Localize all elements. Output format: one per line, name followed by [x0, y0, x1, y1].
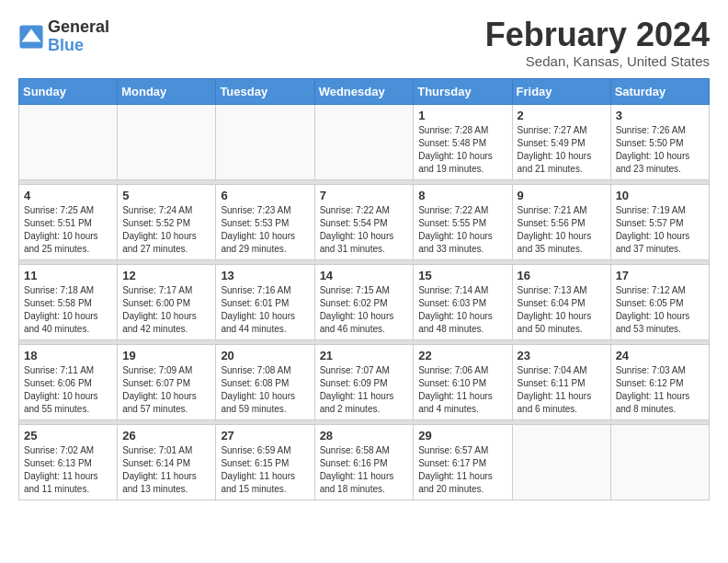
calendar-day-cell: 11Sunrise: 7:18 AM Sunset: 5:58 PM Dayli…	[19, 265, 118, 340]
day-info: Sunrise: 6:58 AM Sunset: 6:16 PM Dayligh…	[320, 444, 409, 496]
calendar-day-cell: 26Sunrise: 7:01 AM Sunset: 6:14 PM Dayli…	[118, 425, 216, 500]
day-info: Sunrise: 7:22 AM Sunset: 5:54 PM Dayligh…	[320, 204, 409, 256]
calendar-week-row: 11Sunrise: 7:18 AM Sunset: 5:58 PM Dayli…	[19, 265, 710, 340]
day-number: 11	[24, 269, 112, 282]
calendar-header-row: SundayMondayTuesdayWednesdayThursdayFrid…	[19, 79, 710, 105]
day-number: 12	[122, 269, 210, 282]
day-info: Sunrise: 7:16 AM Sunset: 6:01 PM Dayligh…	[221, 284, 309, 336]
calendar-day-cell	[610, 425, 709, 500]
day-info: Sunrise: 7:17 AM Sunset: 6:00 PM Dayligh…	[122, 284, 210, 336]
day-info: Sunrise: 7:23 AM Sunset: 5:53 PM Dayligh…	[221, 204, 309, 256]
day-info: Sunrise: 7:03 AM Sunset: 6:12 PM Dayligh…	[616, 364, 704, 416]
day-number: 21	[320, 349, 409, 362]
calendar-week-row: 1Sunrise: 7:28 AM Sunset: 5:48 PM Daylig…	[19, 105, 710, 180]
calendar-day-cell: 14Sunrise: 7:15 AM Sunset: 6:02 PM Dayli…	[314, 265, 414, 340]
day-number: 27	[221, 429, 309, 442]
calendar-day-cell: 22Sunrise: 7:06 AM Sunset: 6:10 PM Dayli…	[414, 345, 512, 420]
day-number: 7	[320, 189, 409, 202]
calendar-day-cell: 28Sunrise: 6:58 AM Sunset: 6:16 PM Dayli…	[314, 425, 414, 500]
calendar-day-cell: 17Sunrise: 7:12 AM Sunset: 6:05 PM Dayli…	[610, 265, 709, 340]
day-number: 20	[221, 349, 309, 362]
day-number: 23	[518, 349, 606, 362]
day-info: Sunrise: 6:59 AM Sunset: 6:15 PM Dayligh…	[221, 444, 309, 496]
day-info: Sunrise: 7:04 AM Sunset: 6:11 PM Dayligh…	[518, 364, 606, 416]
calendar-day-cell: 23Sunrise: 7:04 AM Sunset: 6:11 PM Dayli…	[512, 345, 610, 420]
day-number: 15	[418, 269, 506, 282]
day-info: Sunrise: 7:02 AM Sunset: 6:13 PM Dayligh…	[24, 444, 112, 496]
page-header: GeneralBlue February 2024 Sedan, Kansas,…	[18, 18, 710, 69]
day-of-week-header: Tuesday	[216, 79, 314, 105]
calendar-day-cell: 3Sunrise: 7:26 AM Sunset: 5:50 PM Daylig…	[610, 105, 709, 180]
day-number: 18	[24, 349, 112, 362]
day-number: 17	[616, 269, 704, 282]
calendar-day-cell: 7Sunrise: 7:22 AM Sunset: 5:54 PM Daylig…	[314, 185, 414, 260]
calendar-week-row: 25Sunrise: 7:02 AM Sunset: 6:13 PM Dayli…	[19, 425, 710, 500]
calendar-day-cell: 6Sunrise: 7:23 AM Sunset: 5:53 PM Daylig…	[216, 185, 314, 260]
day-number: 3	[616, 109, 704, 122]
day-number: 24	[616, 349, 704, 362]
day-info: Sunrise: 7:21 AM Sunset: 5:56 PM Dayligh…	[518, 204, 606, 256]
day-info: Sunrise: 7:09 AM Sunset: 6:07 PM Dayligh…	[122, 364, 210, 416]
day-info: Sunrise: 7:26 AM Sunset: 5:50 PM Dayligh…	[616, 124, 704, 176]
day-number: 25	[24, 429, 112, 442]
calendar-week-row: 18Sunrise: 7:11 AM Sunset: 6:06 PM Dayli…	[19, 345, 710, 420]
day-info: Sunrise: 7:13 AM Sunset: 6:04 PM Dayligh…	[518, 284, 606, 336]
logo-icon	[18, 24, 44, 50]
calendar-day-cell: 16Sunrise: 7:13 AM Sunset: 6:04 PM Dayli…	[512, 265, 610, 340]
calendar-day-cell: 19Sunrise: 7:09 AM Sunset: 6:07 PM Dayli…	[118, 345, 216, 420]
calendar-day-cell: 1Sunrise: 7:28 AM Sunset: 5:48 PM Daylig…	[414, 105, 512, 180]
calendar-table: SundayMondayTuesdayWednesdayThursdayFrid…	[18, 78, 710, 500]
day-of-week-header: Monday	[118, 79, 216, 105]
calendar-day-cell: 2Sunrise: 7:27 AM Sunset: 5:49 PM Daylig…	[512, 105, 610, 180]
day-info: Sunrise: 7:07 AM Sunset: 6:09 PM Dayligh…	[320, 364, 409, 416]
calendar-day-cell: 10Sunrise: 7:19 AM Sunset: 5:57 PM Dayli…	[610, 185, 709, 260]
day-number: 4	[24, 189, 112, 202]
title-section: February 2024 Sedan, Kansas, United Stat…	[485, 18, 710, 69]
calendar-day-cell: 13Sunrise: 7:16 AM Sunset: 6:01 PM Dayli…	[216, 265, 314, 340]
calendar-day-cell: 25Sunrise: 7:02 AM Sunset: 6:13 PM Dayli…	[19, 425, 118, 500]
day-number: 16	[518, 269, 606, 282]
calendar-day-cell: 15Sunrise: 7:14 AM Sunset: 6:03 PM Dayli…	[414, 265, 512, 340]
calendar-day-cell: 4Sunrise: 7:25 AM Sunset: 5:51 PM Daylig…	[19, 185, 118, 260]
day-info: Sunrise: 7:15 AM Sunset: 6:02 PM Dayligh…	[320, 284, 409, 336]
calendar-day-cell: 24Sunrise: 7:03 AM Sunset: 6:12 PM Dayli…	[610, 345, 709, 420]
day-number: 22	[418, 349, 506, 362]
day-number: 2	[518, 109, 606, 122]
calendar-day-cell: 21Sunrise: 7:07 AM Sunset: 6:09 PM Dayli…	[314, 345, 414, 420]
day-number: 14	[320, 269, 409, 282]
day-info: Sunrise: 7:18 AM Sunset: 5:58 PM Dayligh…	[24, 284, 112, 336]
day-info: Sunrise: 7:06 AM Sunset: 6:10 PM Dayligh…	[418, 364, 506, 416]
day-number: 6	[221, 189, 309, 202]
day-of-week-header: Friday	[512, 79, 610, 105]
day-number: 26	[122, 429, 210, 442]
calendar-day-cell	[314, 105, 414, 180]
day-number: 29	[418, 429, 506, 442]
calendar-day-cell: 12Sunrise: 7:17 AM Sunset: 6:00 PM Dayli…	[118, 265, 216, 340]
day-info: Sunrise: 7:22 AM Sunset: 5:55 PM Dayligh…	[418, 204, 506, 256]
day-number: 8	[418, 189, 506, 202]
day-info: Sunrise: 7:28 AM Sunset: 5:48 PM Dayligh…	[418, 124, 506, 176]
calendar-day-cell	[118, 105, 216, 180]
calendar-day-cell: 29Sunrise: 6:57 AM Sunset: 6:17 PM Dayli…	[414, 425, 512, 500]
logo-text: GeneralBlue	[48, 18, 109, 55]
day-info: Sunrise: 7:12 AM Sunset: 6:05 PM Dayligh…	[616, 284, 704, 336]
day-number: 10	[616, 189, 704, 202]
day-of-week-header: Saturday	[610, 79, 709, 105]
day-info: Sunrise: 7:01 AM Sunset: 6:14 PM Dayligh…	[122, 444, 210, 496]
calendar-day-cell	[512, 425, 610, 500]
calendar-day-cell: 27Sunrise: 6:59 AM Sunset: 6:15 PM Dayli…	[216, 425, 314, 500]
calendar-day-cell: 9Sunrise: 7:21 AM Sunset: 5:56 PM Daylig…	[512, 185, 610, 260]
day-number: 9	[518, 189, 606, 202]
day-number: 13	[221, 269, 309, 282]
calendar-day-cell: 8Sunrise: 7:22 AM Sunset: 5:55 PM Daylig…	[414, 185, 512, 260]
main-title: February 2024	[485, 18, 710, 52]
calendar-day-cell	[216, 105, 314, 180]
subtitle: Sedan, Kansas, United States	[485, 53, 710, 69]
day-info: Sunrise: 7:25 AM Sunset: 5:51 PM Dayligh…	[24, 204, 112, 256]
logo: GeneralBlue	[18, 18, 109, 55]
day-of-week-header: Sunday	[19, 79, 118, 105]
day-number: 5	[122, 189, 210, 202]
day-of-week-header: Thursday	[414, 79, 512, 105]
calendar-day-cell: 20Sunrise: 7:08 AM Sunset: 6:08 PM Dayli…	[216, 345, 314, 420]
day-info: Sunrise: 7:11 AM Sunset: 6:06 PM Dayligh…	[24, 364, 112, 416]
